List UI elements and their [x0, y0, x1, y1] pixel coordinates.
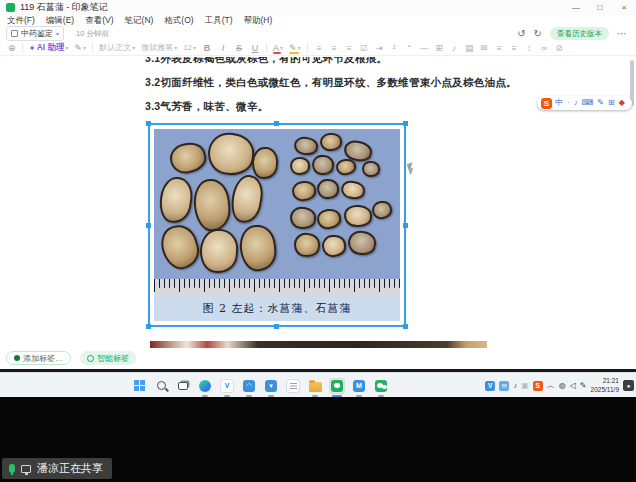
chinese-mode-icon[interactable]: 中: [555, 99, 563, 107]
redo-button[interactable]: ↻: [534, 28, 542, 39]
highlight-button[interactable]: ✎ ▾: [289, 43, 301, 53]
notification-icon[interactable]: ●: [623, 380, 634, 391]
line-spacing-button[interactable]: ↕: [524, 43, 535, 53]
menu-help[interactable]: 帮助(H): [244, 15, 273, 27]
table-button[interactable]: ⊞: [434, 43, 445, 53]
toolbox-icon[interactable]: ⊞: [608, 99, 615, 107]
herb-photo: [154, 129, 400, 279]
menu-tools[interactable]: 工具(T): [205, 15, 233, 27]
more-menu-button[interactable]: ⋯: [617, 28, 628, 39]
start-button[interactable]: [131, 378, 147, 394]
undo-button[interactable]: ↺: [517, 28, 525, 39]
bold-button[interactable]: B: [202, 43, 212, 53]
skin-icon[interactable]: ◆: [619, 99, 625, 107]
resize-handle-sw[interactable]: [146, 324, 151, 329]
wechat-icon: [375, 380, 387, 392]
taskbar-app-meeting[interactable]: V: [219, 378, 235, 394]
align-center-button[interactable]: ≡: [509, 43, 520, 53]
taskbar-app-album[interactable]: ▾: [263, 378, 279, 394]
paragraph-style-select[interactable]: 默认正文 ▾: [99, 42, 135, 53]
resize-handle-se[interactable]: [403, 324, 408, 329]
font-family-select[interactable]: 微软雅黑 ▾: [141, 42, 177, 53]
tray-mic-icon[interactable]: ♪: [513, 382, 517, 390]
task-view-icon: [178, 382, 188, 390]
strikethrough-button[interactable]: S: [234, 43, 244, 53]
taskbar-app-yinxiang[interactable]: [329, 378, 345, 394]
volume-icon[interactable]: ◁: [570, 382, 576, 390]
file-explorer-button[interactable]: [307, 378, 323, 394]
smart-tag-button[interactable]: 智能标签: [80, 351, 136, 365]
taskbar-app-wechat[interactable]: [373, 378, 389, 394]
superscript-button[interactable]: ²: [389, 43, 400, 53]
shared-screen: 119 石菖蒲 - 印象笔记 — □ × 文件(F) 编辑(E) 查看(V) 笔…: [0, 0, 636, 482]
align-left-button[interactable]: ≡: [494, 43, 505, 53]
maximize-button[interactable]: □: [588, 0, 612, 15]
link-button[interactable]: ∞: [539, 43, 550, 53]
tray-hidden-app-icon[interactable]: ▣: [521, 382, 529, 390]
divider-button[interactable]: —: [419, 43, 430, 53]
selected-figure-image[interactable]: 图 2 左起：水菖蒲、石菖蒲: [148, 123, 406, 327]
clear-format-button[interactable]: ⊘: [554, 43, 565, 53]
taskbar-app-chat[interactable]: ◠: [241, 378, 257, 394]
resize-handle-ne[interactable]: [403, 121, 408, 126]
image-button[interactable]: ▤: [464, 43, 475, 53]
tray-chevron-up-icon[interactable]: ︿: [547, 382, 555, 390]
audio-button[interactable]: ♪: [449, 43, 460, 53]
menu-format[interactable]: 格式(O): [164, 15, 193, 27]
pen-tray-icon[interactable]: ✎: [580, 382, 587, 390]
align-button[interactable]: ≡: [314, 43, 325, 53]
info-bar: 中药鉴定 ▾ 10 分钟前 ↺ ↻ 查看历史版本 ⋯: [0, 27, 636, 40]
meeting-app-icon: V: [221, 380, 233, 392]
search-button[interactable]: [153, 378, 169, 394]
taskbar-app-document[interactable]: [285, 378, 301, 394]
voice-icon[interactable]: ♪: [574, 99, 578, 107]
checklist-button[interactable]: ☑: [359, 43, 370, 53]
history-version-button[interactable]: 查看历史版本: [550, 27, 609, 40]
herb-slice: [335, 158, 357, 177]
ordered-list-button[interactable]: ≡: [329, 43, 340, 53]
attachment-button[interactable]: ✉: [479, 43, 490, 53]
tray-meeting-icon[interactable]: V: [485, 381, 495, 391]
task-view-button[interactable]: [175, 378, 191, 394]
font-size-select[interactable]: 12 ▾: [183, 43, 196, 52]
notebook-name: 中药鉴定: [21, 28, 53, 39]
resize-handle-e[interactable]: [403, 223, 408, 228]
document-app-icon: [287, 380, 299, 392]
resize-handle-n[interactable]: [274, 121, 279, 126]
resize-handle-w[interactable]: [146, 223, 151, 228]
herb-slice: [157, 175, 195, 225]
menu-view[interactable]: 查看(V): [85, 15, 113, 27]
menu-note[interactable]: 笔记(N): [125, 15, 154, 27]
bullet-list-button[interactable]: ≡: [344, 43, 355, 53]
screen-share-indicator[interactable]: 潘凉正在共享: [2, 458, 112, 479]
insert-plus-button[interactable]: ⊕: [8, 43, 16, 53]
indent-button[interactable]: ⇥: [374, 43, 385, 53]
minimize-button[interactable]: —: [564, 0, 588, 15]
tray-sogou-icon[interactable]: S: [533, 381, 543, 391]
close-button[interactable]: ×: [612, 0, 636, 15]
underline-button[interactable]: U: [250, 43, 260, 53]
next-image-partial[interactable]: [150, 341, 487, 348]
sogou-logo-icon[interactable]: S: [541, 98, 552, 109]
italic-button[interactable]: I: [218, 43, 228, 53]
taskbar-app-edge[interactable]: [197, 378, 213, 394]
notebook-selector[interactable]: 中药鉴定 ▾: [6, 26, 64, 41]
tray-mail-icon[interactable]: ✉: [499, 381, 509, 391]
taskbar-app-m[interactable]: M: [351, 378, 367, 394]
font-color-button[interactable]: A ▾: [273, 43, 283, 53]
paragraph: 3.1外表皮棕褐色或灰棕色，有的可见环节及根痕。: [145, 57, 387, 66]
pen-tool-button[interactable]: ✎ ▾: [75, 43, 87, 53]
taskbar-clock[interactable]: 21:21 2025/11/9: [591, 377, 619, 393]
quote-button[interactable]: “: [404, 43, 415, 53]
punctuation-icon[interactable]: ·: [567, 99, 570, 107]
ai-assistant-button[interactable]: ✦ AI 助理 ▾: [29, 42, 69, 54]
add-tag-button[interactable]: 添加标签…: [6, 351, 71, 365]
handwriting-icon[interactable]: ✎: [597, 99, 604, 107]
resize-handle-s[interactable]: [274, 324, 279, 329]
sogou-input-toolbar[interactable]: S 中·♪⌨✎⊞◆: [537, 96, 632, 110]
network-icon[interactable]: ◍: [559, 382, 566, 390]
keyboard-icon[interactable]: ⌨: [582, 99, 594, 107]
resize-handle-nw[interactable]: [146, 121, 151, 126]
note-editor[interactable]: 3.1外表皮棕褐色或灰棕色，有的可见环节及根痕。 3.2切面纤维性，类白色或微红…: [0, 57, 627, 368]
m-app-icon: M: [353, 380, 365, 392]
